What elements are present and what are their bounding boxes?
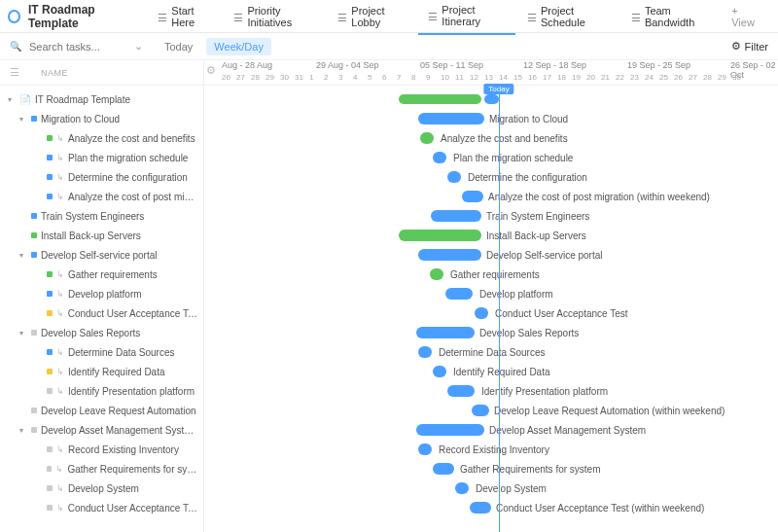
gantt-row[interactable]: Record Existing Inventory xyxy=(204,440,778,459)
task-row[interactable]: ↳Analyze the cost of post mig... xyxy=(0,187,203,206)
tab-project-lobby[interactable]: ☰Project Lobby xyxy=(328,0,416,35)
task-row[interactable]: ↳Conduct User Acceptance Test xyxy=(0,498,203,517)
gantt-bar[interactable] xyxy=(430,268,443,280)
gantt-bar[interactable] xyxy=(416,424,484,436)
task-label: Gather Requirements for syst... xyxy=(67,464,197,475)
tab-start-here[interactable]: ☰Start Here xyxy=(148,0,222,35)
gantt-row[interactable]: Identify Required Data xyxy=(204,362,778,381)
gantt-bar[interactable] xyxy=(399,230,481,241)
tab-priority-initiatives[interactable]: ☰Priority Initiatives xyxy=(224,0,326,35)
task-row[interactable]: ▾Develop Self-service portal xyxy=(0,245,203,265)
gantt-row[interactable]: Conduct User Acceptance Test xyxy=(204,303,778,323)
gantt-bar[interactable] xyxy=(470,502,491,514)
gantt-chart[interactable]: Today Migration to CloudAnalyze the cost… xyxy=(204,86,778,517)
gantt-row[interactable]: Develop Self-service portal xyxy=(204,245,778,265)
search-input[interactable] xyxy=(29,41,126,53)
gantt-bar[interactable] xyxy=(433,463,454,475)
status-bullet xyxy=(31,116,37,122)
status-bullet xyxy=(31,252,37,258)
gantt-bar[interactable] xyxy=(418,346,432,358)
gantt-label: Determine the configuration xyxy=(468,172,587,183)
today-button[interactable]: Today xyxy=(159,39,198,54)
task-row[interactable]: ▾Migration to Cloud xyxy=(0,109,203,128)
task-row[interactable]: Train System Engineers xyxy=(0,206,203,226)
gantt-bar[interactable] xyxy=(433,152,446,163)
gantt-row[interactable]: Determine Data Sources xyxy=(204,342,778,362)
task-row[interactable]: ↳Develop platform xyxy=(0,284,203,303)
task-row[interactable]: ↳Identify Presentation platform xyxy=(0,381,203,401)
day-label: 27 xyxy=(236,73,245,82)
task-row[interactable]: Install Back-up Servers xyxy=(0,226,203,245)
gantt-row[interactable]: Gather Requirements for system xyxy=(204,459,778,479)
tab-project-itinerary[interactable]: ☰Project Itinerary xyxy=(418,0,515,35)
day-label: 4 xyxy=(353,73,357,82)
gantt-row[interactable]: Gather requirements xyxy=(204,265,778,284)
gantt-bar[interactable] xyxy=(447,385,475,397)
expand-icon[interactable]: ▾ xyxy=(19,115,27,124)
gantt-bar[interactable] xyxy=(418,113,484,124)
gantt-bar[interactable] xyxy=(472,405,489,416)
today-line: Today xyxy=(499,86,500,532)
gantt-bar[interactable] xyxy=(475,307,488,319)
add-view-button[interactable]: + View xyxy=(722,0,770,34)
gantt-bar[interactable] xyxy=(431,210,481,222)
subtask-icon: ↳ xyxy=(56,172,64,182)
task-row[interactable]: ↳Determine Data Sources xyxy=(0,342,203,362)
gantt-row[interactable]: Analyze the cost of post migration (with… xyxy=(204,187,778,206)
expand-icon[interactable]: ▾ xyxy=(19,329,27,337)
task-row[interactable]: ↳Analyze the cost and benefits xyxy=(0,128,203,148)
gantt-row[interactable]: Develop Sales Reports xyxy=(204,323,778,342)
gantt-bar[interactable] xyxy=(418,249,481,261)
filter-button[interactable]: ⚙Filter xyxy=(731,40,768,53)
expand-icon[interactable]: ▾ xyxy=(8,95,16,104)
task-row[interactable]: ↳Gather requirements xyxy=(0,265,203,284)
gantt-row[interactable]: Identify Presentation platform xyxy=(204,381,778,401)
task-row[interactable]: ↳Record Existing Inventory xyxy=(0,440,203,459)
task-row[interactable]: ↳Determine the configuration xyxy=(0,167,203,187)
gantt-label: Install Back-up Servers xyxy=(486,231,586,241)
chevron-down-icon[interactable]: ⌄ xyxy=(134,40,143,53)
weekday-toggle[interactable]: Week/Day xyxy=(206,38,271,55)
gantt-bar[interactable] xyxy=(445,288,473,300)
tab-icon: ☰ xyxy=(337,12,347,21)
gantt-row[interactable]: Develop Asset Management System xyxy=(204,420,778,440)
gantt-row[interactable]: Develop platform xyxy=(204,284,778,303)
gantt-bar[interactable] xyxy=(447,171,461,183)
day-label: 2 xyxy=(324,73,328,82)
tab-team-bandwidth[interactable]: ☰Team Bandwidth xyxy=(621,0,722,35)
gantt-row[interactable]: Analyze the cost and benefits xyxy=(204,128,778,148)
task-row[interactable]: ↳Identify Required Data xyxy=(0,362,203,381)
gantt-row[interactable]: Train System Engineers xyxy=(204,206,778,226)
task-row[interactable]: ↳Develop System xyxy=(0,479,203,498)
task-row[interactable]: ▾Develop Asset Management System xyxy=(0,420,203,440)
gantt-bar[interactable] xyxy=(484,94,499,104)
task-row[interactable]: ▾Develop Sales Reports xyxy=(0,323,203,342)
gantt-bar[interactable] xyxy=(420,132,434,144)
gantt-bar[interactable] xyxy=(455,482,469,494)
gantt-bar[interactable] xyxy=(462,191,483,202)
gantt-bar[interactable] xyxy=(399,94,481,104)
main: ☰ NAME ▾📄IT Roadmap Template▾Migration t… xyxy=(0,60,778,532)
gantt-row[interactable]: Determine the configuration xyxy=(204,167,778,187)
task-row[interactable]: ↳Conduct User Acceptance Test xyxy=(0,303,203,323)
expand-icon[interactable]: ▾ xyxy=(19,426,27,435)
task-row[interactable]: ↳Gather Requirements for syst... xyxy=(0,459,203,479)
day-label: 18 xyxy=(557,73,566,82)
gantt-row[interactable]: Plan the migration schedule xyxy=(204,148,778,167)
status-bullet xyxy=(31,330,37,336)
gantt-bar[interactable] xyxy=(416,327,475,338)
expand-collapse-icon[interactable]: ☰ xyxy=(10,66,19,79)
tab-project-schedule[interactable]: ☰Project Schedule xyxy=(517,0,619,35)
gantt-row[interactable]: Install Back-up Servers xyxy=(204,226,778,245)
task-row[interactable]: Develop Leave Request Automation xyxy=(0,401,203,420)
gantt-row[interactable]: Develop Leave Request Automation (within… xyxy=(204,401,778,420)
gantt-row[interactable]: Conduct User Acceptance Test (within wee… xyxy=(204,498,778,517)
gantt-row[interactable]: Develop System xyxy=(204,479,778,498)
expand-icon[interactable]: ▾ xyxy=(19,251,27,260)
task-row[interactable]: ▾📄IT Roadmap Template xyxy=(0,89,203,109)
gantt-row[interactable]: Migration to Cloud xyxy=(204,109,778,128)
week-label: 29 Aug - 04 Sep xyxy=(316,60,379,70)
task-row[interactable]: ↳Plan the migration schedule xyxy=(0,148,203,167)
gantt-bar[interactable] xyxy=(433,366,446,377)
gantt-bar[interactable] xyxy=(418,443,432,455)
